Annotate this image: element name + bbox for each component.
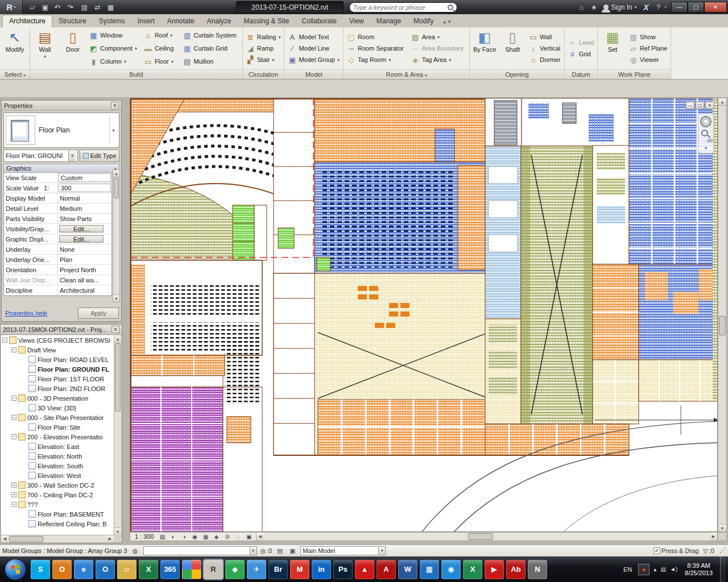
taskbar-app-icon[interactable]: X [139, 560, 158, 579]
browser-vertical-scrollbar[interactable]: ▲ ▼ [114, 335, 121, 535]
qat-button[interactable]: ↷▾ [64, 2, 77, 13]
taskbar-app-icon[interactable]: ◆ [225, 560, 245, 579]
ribbon-small-button[interactable]: ◎ Viewer [627, 55, 669, 65]
canvas-vertical-scrollbar[interactable]: ▲ ▼ [718, 98, 727, 532]
panel-label-build[interactable]: Build [30, 69, 242, 79]
view-close-icon[interactable]: ✕ [705, 102, 714, 109]
design-option-icon[interactable]: ▣ [288, 547, 297, 555]
scroll-up-icon[interactable]: ▲ [718, 98, 726, 106]
chevron-down-icon[interactable]: ▾ [448, 19, 451, 24]
design-option-combo[interactable]: Main Model ▾ [300, 546, 386, 555]
properties-scrollbar[interactable]: ▲ ▼ [113, 169, 120, 302]
browser-tree-item[interactable]: Floor Plan: BASEMENT [1, 509, 114, 519]
taskbar-app-icon[interactable]: in [312, 560, 331, 579]
ribbon-tab[interactable]: Massing & Site [238, 15, 296, 27]
parameter-value[interactable]: Normal [58, 193, 111, 203]
press-drag-control[interactable]: ✔ Press & Drag [653, 547, 698, 554]
scrollbar-thumb[interactable] [468, 533, 493, 540]
ribbon-small-button[interactable]: ≣ Railing▾ [245, 32, 283, 43]
tree-expander-icon[interactable]: − [11, 347, 16, 352]
parameter-row[interactable]: Underlay Orie... Plan [4, 255, 111, 265]
taskbar-app-icon[interactable]: W [398, 560, 417, 579]
view-scale-control[interactable]: 1 : 300 [133, 533, 156, 540]
ribbon-small-button[interactable]: ─ Area Boundary [410, 43, 468, 54]
tree-expander-icon[interactable]: − [11, 502, 16, 507]
help-search-box[interactable] [349, 2, 457, 13]
taskbar-app-icon[interactable]: O [96, 560, 115, 579]
panel-label-room-area[interactable]: Room & Area ▾ [344, 69, 469, 79]
worksets-icon[interactable]: ◍ [131, 547, 140, 555]
tray-icon[interactable]: ◄) [670, 566, 677, 572]
qat-button[interactable]: ▱ [25, 2, 38, 13]
view-control-icon[interactable]: ◐ [169, 533, 178, 541]
tray-icon[interactable]: ▤ [660, 566, 665, 572]
edit-type-button[interactable]: Edit Type [80, 149, 119, 162]
ribbon-small-button[interactable]: ▦ Window [88, 29, 139, 42]
taskbar-app-icon[interactable]: ▶ [485, 560, 504, 579]
taskbar-app-icon[interactable]: S [31, 560, 50, 579]
chevron-down-icon[interactable]: ▾ [705, 146, 707, 151]
ribbon-small-button[interactable]: ─ Room Separator [345, 43, 408, 54]
type-selector[interactable]: Floor Plan ▾ [3, 113, 119, 148]
resize-grip[interactable] [719, 547, 726, 554]
ribbon-small-button[interactable]: ▥ Curtain System [181, 29, 241, 42]
ribbon-tab[interactable]: Annotate [161, 15, 201, 27]
parameter-value[interactable]: 300 [59, 184, 111, 192]
parameter-row[interactable]: Visibility/Grap... Edit... [4, 224, 111, 234]
view-control-icon[interactable]: ▣ [245, 533, 254, 541]
apply-button[interactable]: Apply [78, 307, 119, 319]
graphics-section-header[interactable]: Graphics▴ [3, 164, 119, 173]
parameter-value[interactable]: None [58, 244, 111, 254]
by-face-button[interactable]: ◧ By Face [471, 28, 498, 68]
browser-tree-item[interactable]: Elevation: East [1, 442, 114, 451]
parameter-row[interactable]: Detail Level Medium [4, 203, 111, 214]
properties-help-link[interactable]: Properties help [5, 310, 47, 317]
wall-button[interactable]: ▤ Wall▾ [32, 28, 58, 68]
qat-button[interactable]: ▣ [38, 2, 51, 13]
panel-label-datum[interactable]: Datum [565, 69, 597, 79]
parameter-row[interactable]: Underlay None [4, 244, 111, 255]
taskbar-app-icon[interactable]: ▲ [355, 560, 374, 579]
ribbon-tab[interactable]: Manage [370, 15, 407, 27]
taskbar-app-icon[interactable]: ◉ [441, 560, 461, 579]
shaft-button[interactable]: ▯ Shaft [499, 28, 526, 68]
ribbon-tab[interactable]: Architecture [2, 15, 52, 27]
parameter-value[interactable]: Clean all wa... [58, 275, 111, 285]
parameter-value[interactable]: Medium [58, 203, 111, 213]
door-button[interactable]: ▯ Door [60, 28, 86, 68]
ribbon-small-button[interactable]: ▱ Ref Plane [627, 43, 669, 54]
taskbar-app-icon[interactable]: ▦ [420, 560, 439, 579]
parameter-row[interactable]: Wall Join Disp... Clean all wa... [4, 275, 111, 285]
editable-count-badge[interactable]: ◎ :0 [260, 547, 272, 555]
taskbar-app-icon[interactable]: Ab [506, 560, 526, 579]
parameter-row[interactable]: Parts Visibility Show Parts [4, 214, 111, 224]
browser-tree-item[interactable]: + 300 - Wall Section DC-2 [1, 480, 114, 490]
chevron-down-icon[interactable]: ▾ [109, 115, 117, 146]
ribbon-small-button[interactable]: ⌂ Roof▾ [142, 29, 178, 42]
checkbox-checked-icon[interactable]: ✔ [653, 547, 660, 554]
search-icon[interactable] [448, 5, 453, 10]
scrollbar-thumb[interactable] [9, 536, 43, 542]
browser-tree-item[interactable]: − 200 - Elevation Presentatio [1, 432, 114, 442]
zoom-tool[interactable]: 2D [700, 130, 712, 143]
qat-button[interactable]: ↶▾ [51, 2, 64, 13]
parameter-row[interactable]: Display Model Normal [4, 193, 111, 203]
editable-only-icon[interactable]: ▤ [275, 547, 284, 555]
ribbon-small-button[interactable]: ▞ Stair▾ [245, 55, 283, 65]
browser-tree-item[interactable]: − Draft View [1, 345, 114, 355]
workset-combo[interactable]: ▾ [143, 546, 257, 555]
taskbar-app-icon[interactable]: X [463, 560, 482, 579]
browser-tree-item[interactable]: Floor Plan: GROUND FL [1, 364, 114, 374]
ribbon-tab[interactable]: Modify [407, 15, 440, 27]
view-minimize-icon[interactable]: — [686, 102, 694, 109]
ribbon-tab[interactable]: View [343, 15, 370, 27]
panel-label-select[interactable]: Select ▾ [0, 69, 30, 79]
parameter-value[interactable]: Edit... [59, 235, 104, 243]
scroll-up-icon[interactable]: ▲ [113, 170, 119, 177]
browser-horizontal-scrollbar[interactable]: ◀ ▶ [1, 535, 114, 542]
clock[interactable]: 8:39 AM 8/25/2013 [681, 562, 716, 577]
scroll-down-icon[interactable]: ▼ [114, 527, 121, 535]
show-desktop-button[interactable] [720, 556, 726, 582]
view-control-icon[interactable]: ◉ [191, 533, 200, 541]
parameter-value[interactable]: Architectural [58, 285, 111, 295]
